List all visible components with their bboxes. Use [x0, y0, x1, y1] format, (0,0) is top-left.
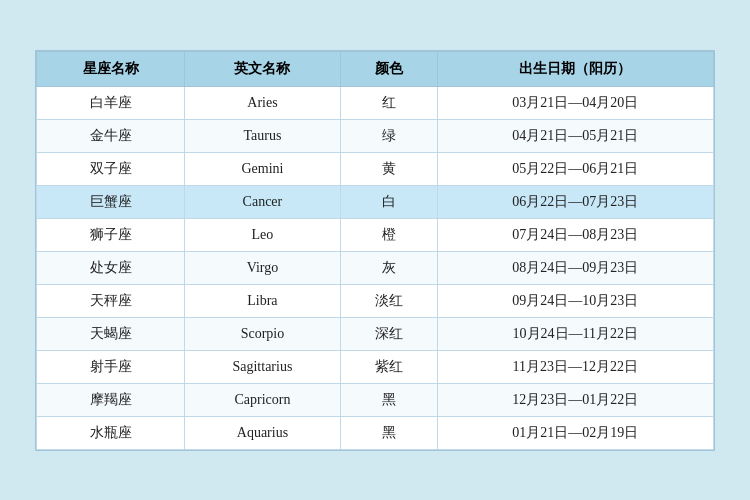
cell-dates: 01月21日—02月19日: [437, 416, 713, 449]
table-row: 金牛座Taurus绿04月21日—05月21日: [37, 119, 714, 152]
cell-color: 灰: [340, 251, 437, 284]
cell-dates: 03月21日—04月20日: [437, 86, 713, 119]
cell-chinese-name: 金牛座: [37, 119, 185, 152]
cell-dates: 05月22日—06月21日: [437, 152, 713, 185]
cell-chinese-name: 处女座: [37, 251, 185, 284]
table-row: 射手座Sagittarius紫红11月23日—12月22日: [37, 350, 714, 383]
cell-dates: 08月24日—09月23日: [437, 251, 713, 284]
cell-color: 黑: [340, 416, 437, 449]
header-dates: 出生日期（阳历）: [437, 51, 713, 86]
cell-english-name: Gemini: [185, 152, 340, 185]
cell-chinese-name: 白羊座: [37, 86, 185, 119]
table-row: 天秤座Libra淡红09月24日—10月23日: [37, 284, 714, 317]
cell-chinese-name: 天蝎座: [37, 317, 185, 350]
cell-english-name: Virgo: [185, 251, 340, 284]
cell-chinese-name: 双子座: [37, 152, 185, 185]
cell-color: 橙: [340, 218, 437, 251]
cell-english-name: Capricorn: [185, 383, 340, 416]
cell-english-name: Cancer: [185, 185, 340, 218]
table-row: 双子座Gemini黄05月22日—06月21日: [37, 152, 714, 185]
cell-english-name: Scorpio: [185, 317, 340, 350]
cell-chinese-name: 水瓶座: [37, 416, 185, 449]
cell-color: 白: [340, 185, 437, 218]
cell-dates: 10月24日—11月22日: [437, 317, 713, 350]
cell-dates: 09月24日—10月23日: [437, 284, 713, 317]
cell-chinese-name: 摩羯座: [37, 383, 185, 416]
table-row: 天蝎座Scorpio深红10月24日—11月22日: [37, 317, 714, 350]
cell-dates: 04月21日—05月21日: [437, 119, 713, 152]
table-row: 水瓶座Aquarius黑01月21日—02月19日: [37, 416, 714, 449]
cell-color: 黑: [340, 383, 437, 416]
header-chinese-name: 星座名称: [37, 51, 185, 86]
table-header-row: 星座名称 英文名称 颜色 出生日期（阳历）: [37, 51, 714, 86]
header-english-name: 英文名称: [185, 51, 340, 86]
zodiac-table: 星座名称 英文名称 颜色 出生日期（阳历） 白羊座Aries红03月21日—04…: [36, 51, 714, 450]
cell-chinese-name: 狮子座: [37, 218, 185, 251]
cell-dates: 07月24日—08月23日: [437, 218, 713, 251]
header-color: 颜色: [340, 51, 437, 86]
cell-color: 红: [340, 86, 437, 119]
cell-chinese-name: 天秤座: [37, 284, 185, 317]
cell-english-name: Taurus: [185, 119, 340, 152]
cell-english-name: Leo: [185, 218, 340, 251]
cell-chinese-name: 巨蟹座: [37, 185, 185, 218]
cell-color: 黄: [340, 152, 437, 185]
cell-english-name: Aquarius: [185, 416, 340, 449]
cell-color: 淡红: [340, 284, 437, 317]
table-row: 摩羯座Capricorn黑12月23日—01月22日: [37, 383, 714, 416]
cell-english-name: Aries: [185, 86, 340, 119]
cell-dates: 11月23日—12月22日: [437, 350, 713, 383]
cell-chinese-name: 射手座: [37, 350, 185, 383]
table-row: 处女座Virgo灰08月24日—09月23日: [37, 251, 714, 284]
cell-english-name: Sagittarius: [185, 350, 340, 383]
table-row: 狮子座Leo橙07月24日—08月23日: [37, 218, 714, 251]
cell-english-name: Libra: [185, 284, 340, 317]
cell-dates: 06月22日—07月23日: [437, 185, 713, 218]
table-row: 巨蟹座Cancer白06月22日—07月23日: [37, 185, 714, 218]
table-row: 白羊座Aries红03月21日—04月20日: [37, 86, 714, 119]
cell-dates: 12月23日—01月22日: [437, 383, 713, 416]
cell-color: 深红: [340, 317, 437, 350]
zodiac-table-container: 星座名称 英文名称 颜色 出生日期（阳历） 白羊座Aries红03月21日—04…: [35, 50, 715, 451]
cell-color: 紫红: [340, 350, 437, 383]
cell-color: 绿: [340, 119, 437, 152]
